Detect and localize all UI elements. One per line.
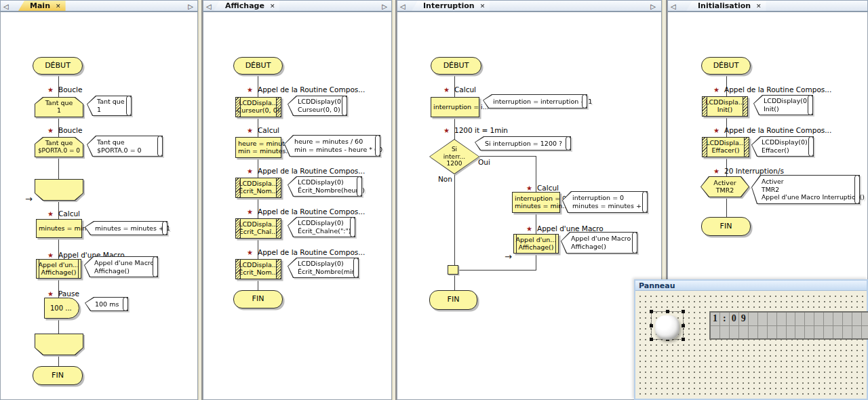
panel-window[interactable]: Panneau 1:09 xyxy=(634,279,868,400)
tab-scroll-right-icon[interactable]: ▷ xyxy=(382,2,387,11)
push-button-component[interactable] xyxy=(655,315,679,340)
tab-scroll-left-icon[interactable]: ◁ xyxy=(671,2,676,11)
note-callout[interactable]: LCDDisplay(0)Écrit_Chaîne(":") xyxy=(288,217,355,237)
note-callout[interactable]: interruption = 0minutes = minutes + 1 xyxy=(562,191,648,213)
note-callout[interactable]: ActiverTMR2Appel d'une Macro Interruptio… xyxy=(751,175,860,204)
pause-shape[interactable]: 100 ... xyxy=(44,298,79,319)
lcd-cell xyxy=(730,326,738,339)
tab-main[interactable]: Main ✕ xyxy=(18,1,66,11)
selection-handle[interactable] xyxy=(682,324,685,327)
tab-interruption[interactable]: Interruption ✕ xyxy=(412,1,490,11)
selection-handle[interactable] xyxy=(650,324,653,327)
note-callout[interactable]: heure = minutes / 60min = minutes - heur… xyxy=(284,135,380,157)
lcd-cell xyxy=(749,326,757,339)
tab-affichage-label: Affichage xyxy=(225,1,264,10)
panel-titlebar[interactable]: Panneau xyxy=(635,281,867,291)
lcd-cell xyxy=(814,326,823,339)
note-callout[interactable]: 100 ms xyxy=(85,297,128,311)
note-callout[interactable]: Si interruption = 1200 ? xyxy=(475,136,571,151)
selection-handle[interactable] xyxy=(650,338,653,341)
flowchart-canvas-affichage[interactable]: DÉBUT ★Appel de la Routine Compos... LCD… xyxy=(203,12,392,400)
selection-handle[interactable] xyxy=(682,338,685,341)
lcd-cell xyxy=(768,313,776,325)
component-call-box[interactable]: LCDDispla...Init() xyxy=(702,96,748,117)
note-callout[interactable]: LCDDisplay(0)Curseur(0, 0) xyxy=(288,96,347,116)
tab-close-icon[interactable]: ✕ xyxy=(480,3,486,9)
end-terminal[interactable]: FIN xyxy=(233,290,283,308)
selection-handle[interactable] xyxy=(650,310,653,313)
tab-close-icon[interactable]: ✕ xyxy=(756,3,762,9)
tab-close-icon[interactable]: ✕ xyxy=(56,3,61,9)
component-call-box[interactable]: LCDDispla...Curseur(0, 0) xyxy=(235,97,281,117)
calculation-box[interactable]: interruption = i... xyxy=(431,97,479,117)
calculation-box[interactable]: heure = minut...min = minutes... xyxy=(235,137,281,158)
note-scroll-pill xyxy=(642,191,648,213)
lcd-cell xyxy=(787,326,795,339)
component-call-box[interactable]: LCDDispla...Écrit_Nom... xyxy=(235,178,281,198)
interrupt-enable-shape[interactable]: ActiverTMR2 xyxy=(701,176,749,197)
tab-scroll-right-icon[interactable]: ▷ xyxy=(650,2,656,11)
loop-end-shape[interactable] xyxy=(35,334,83,355)
component-call-box[interactable]: LCDDispla...Écrit_Chaî... xyxy=(235,218,281,239)
note-callout[interactable]: interruption = interruption + 1 xyxy=(483,94,587,108)
selection-handle[interactable] xyxy=(682,310,685,313)
loop-end-shape[interactable] xyxy=(35,179,83,201)
selection-handle[interactable] xyxy=(666,310,669,313)
tab-initialisation[interactable]: Initialisation ✕ xyxy=(686,1,766,11)
tab-scroll-left-icon[interactable]: ◁ xyxy=(3,2,9,11)
note-callout[interactable]: Tant que$PORTA.0 = 0 xyxy=(87,136,163,157)
step-star-icon: ★ xyxy=(247,127,253,134)
step-label: ★Appel de la Routine Compos... xyxy=(713,126,831,134)
start-terminal[interactable]: DÉBUT xyxy=(431,57,481,75)
loop-start-shape[interactable]: Tant que1 xyxy=(35,97,83,117)
lcd-cell xyxy=(862,326,868,339)
note-callout[interactable]: LCDDisplay(0)Écrit_Nombre(heure) xyxy=(288,176,362,197)
component-call-box[interactable]: LCDDispla...Effacer() xyxy=(702,137,749,157)
note-callout[interactable]: minutes = minutes + 1 xyxy=(85,221,167,235)
pane-separator xyxy=(392,0,397,400)
macro-call-box[interactable]: Appel d'un...Affichage() xyxy=(513,234,559,254)
note-scroll-pill xyxy=(153,256,158,277)
lcd-cell xyxy=(833,326,842,339)
note-callout[interactable]: LCDDisplay(0)Effacer() xyxy=(751,136,814,157)
note-scroll-pill xyxy=(808,136,814,157)
loop-start-shape[interactable]: Tant que$PORTA.0 = 0 xyxy=(35,137,83,157)
note-callout[interactable]: Tant que1 xyxy=(87,96,132,116)
note-callout[interactable]: LCDDisplay(0)Écrit_Nombre(min) xyxy=(288,258,359,278)
lcd-cell xyxy=(795,313,804,325)
end-terminal[interactable]: FIN xyxy=(429,290,477,310)
note-callout[interactable]: LCDDisplay(0)Init() xyxy=(753,95,813,115)
note-scroll-pill xyxy=(375,135,380,157)
tab-scroll-right-icon[interactable]: ▷ xyxy=(188,2,193,11)
branch-label-non: Non xyxy=(438,175,452,183)
tab-scroll-left-icon[interactable]: ◁ xyxy=(206,2,212,11)
calculation-box[interactable]: interruption = 0minutes = min... xyxy=(512,192,560,213)
tab-scroll-left-icon[interactable]: ◁ xyxy=(400,2,406,11)
step-label: ★Calcul xyxy=(443,85,476,94)
macro-call-box[interactable]: Appel d'un...Affichage() xyxy=(36,259,81,279)
flowchart-canvas-interruption[interactable]: DÉBUT ★Calcul interruption = i... interr… xyxy=(397,12,662,400)
lcd-cell xyxy=(777,313,786,325)
panel-canvas[interactable]: 1:09 xyxy=(635,292,867,399)
start-terminal[interactable]: DÉBUT xyxy=(33,57,83,75)
step-star-icon: ★ xyxy=(443,86,450,94)
lcd-cell xyxy=(749,313,757,325)
lcd-cell xyxy=(862,313,868,325)
note-callout[interactable]: Appel d'une MacroAffichage() xyxy=(561,232,637,254)
lcd-cell xyxy=(777,326,786,339)
start-terminal[interactable]: DÉBUT xyxy=(701,57,751,75)
flowchart-canvas-main[interactable]: DÉBUT ★Boucle Tant que1 Tant que1 ★Boucl… xyxy=(0,12,198,400)
decision-diamond[interactable]: Siinterr...1200 xyxy=(429,139,479,174)
note-callout[interactable]: Appel d'une MacroAffichage() xyxy=(84,256,158,277)
end-terminal[interactable]: FIN xyxy=(33,366,83,385)
step-star-icon: ★ xyxy=(47,210,54,218)
tab-close-icon[interactable]: ✕ xyxy=(270,3,275,9)
lcd-display[interactable]: 1:09 xyxy=(709,311,868,340)
tab-affichage[interactable]: Affichage ✕ xyxy=(214,1,279,11)
end-terminal[interactable]: FIN xyxy=(701,217,751,236)
start-terminal[interactable]: DÉBUT xyxy=(233,57,283,75)
lcd-cell xyxy=(758,326,767,339)
component-call-box[interactable]: LCDDispla...Écrit_Nom... xyxy=(235,259,281,279)
calculation-box[interactable]: minutes = min... xyxy=(36,219,82,238)
execution-pointer-icon: → xyxy=(505,253,512,261)
